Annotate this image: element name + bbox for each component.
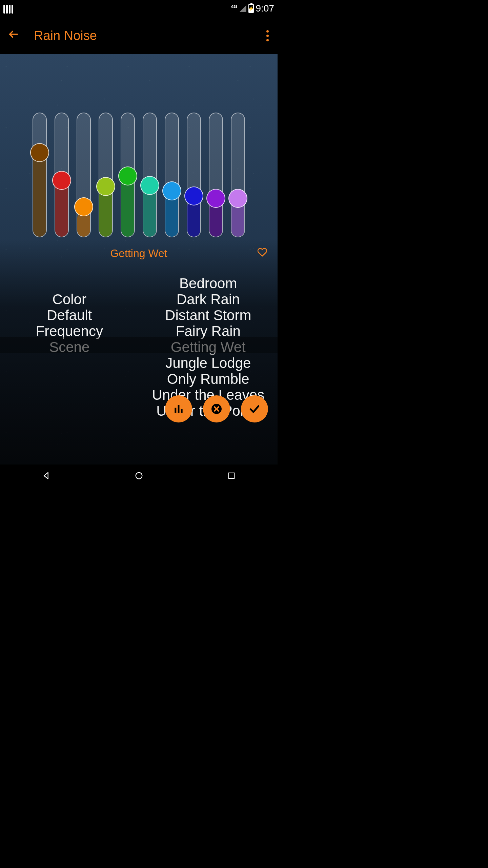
picker-selection-band xyxy=(0,337,278,353)
slider-thumb[interactable] xyxy=(52,171,71,190)
slider-thumb[interactable] xyxy=(228,189,247,208)
cell-signal-icon xyxy=(240,5,246,12)
eq-slider-5[interactable] xyxy=(143,113,157,237)
bars-icon xyxy=(172,402,185,416)
heart-icon xyxy=(257,247,267,257)
svg-rect-1 xyxy=(175,408,176,413)
overflow-menu-button[interactable] xyxy=(266,30,271,41)
picker-item[interactable]: Only Rumble xyxy=(167,371,249,387)
back-button[interactable] xyxy=(7,28,20,43)
svg-point-8 xyxy=(136,473,142,479)
eq-slider-6[interactable] xyxy=(165,113,179,237)
svg-rect-3 xyxy=(181,409,183,413)
confirm-fab[interactable] xyxy=(241,395,268,422)
svg-rect-2 xyxy=(178,405,180,413)
picker-item[interactable]: Color xyxy=(53,291,86,307)
cancel-fab[interactable] xyxy=(203,395,230,422)
eq-slider-0[interactable] xyxy=(33,113,47,237)
nav-home-button[interactable] xyxy=(134,471,144,482)
slider-thumb[interactable] xyxy=(96,177,115,196)
battery-icon: ⚡ xyxy=(248,4,254,13)
square-recent-icon xyxy=(227,471,236,480)
android-nav-bar xyxy=(0,465,278,488)
status-bar: 4G ⚡ 9:07 xyxy=(0,0,278,17)
slider-thumb[interactable] xyxy=(206,189,225,208)
slider-thumb[interactable] xyxy=(140,176,159,195)
current-scene-row: Getting Wet xyxy=(0,237,278,269)
current-scene-label: Getting Wet xyxy=(110,247,167,260)
eq-slider-2[interactable] xyxy=(77,113,91,237)
picker-item[interactable]: Default xyxy=(47,307,92,323)
picker-item[interactable]: Dark Rain xyxy=(177,291,240,307)
circle-home-icon xyxy=(134,471,144,480)
svg-rect-9 xyxy=(228,473,234,478)
clock: 9:07 xyxy=(256,3,274,14)
slider-thumb[interactable] xyxy=(184,186,203,205)
eq-slider-1[interactable] xyxy=(55,113,69,237)
eq-slider-8[interactable] xyxy=(209,113,223,237)
equalizer-sliders xyxy=(0,54,278,237)
svg-marker-7 xyxy=(44,473,48,479)
slider-thumb[interactable] xyxy=(74,197,93,216)
eq-slider-3[interactable] xyxy=(99,113,113,237)
slider-thumb[interactable] xyxy=(30,143,49,162)
slider-thumb[interactable] xyxy=(118,166,137,185)
picker-item[interactable]: Jungle Lodge xyxy=(165,355,251,371)
eq-slider-4[interactable] xyxy=(121,113,135,237)
close-circle-icon xyxy=(210,402,223,416)
slider-fill xyxy=(33,149,46,237)
slider-thumb[interactable] xyxy=(162,181,181,200)
eq-slider-7[interactable] xyxy=(187,113,201,237)
triangle-back-icon xyxy=(42,471,51,480)
equalizer-fab[interactable] xyxy=(165,395,192,422)
page-title: Rain Noise xyxy=(34,28,97,43)
equalizer-status-icon xyxy=(3,3,14,14)
network-type: 4G xyxy=(231,4,238,9)
picker-item[interactable]: Distant Storm xyxy=(165,307,251,323)
app-bar: Rain Noise xyxy=(0,17,278,54)
favorite-button[interactable] xyxy=(257,247,267,260)
check-icon xyxy=(248,402,261,416)
nav-back-button[interactable] xyxy=(42,471,51,482)
picker-item[interactable]: Bedroom xyxy=(179,275,237,291)
nav-recent-button[interactable] xyxy=(227,471,236,482)
arrow-left-icon xyxy=(8,28,19,40)
eq-slider-9[interactable] xyxy=(231,113,245,237)
